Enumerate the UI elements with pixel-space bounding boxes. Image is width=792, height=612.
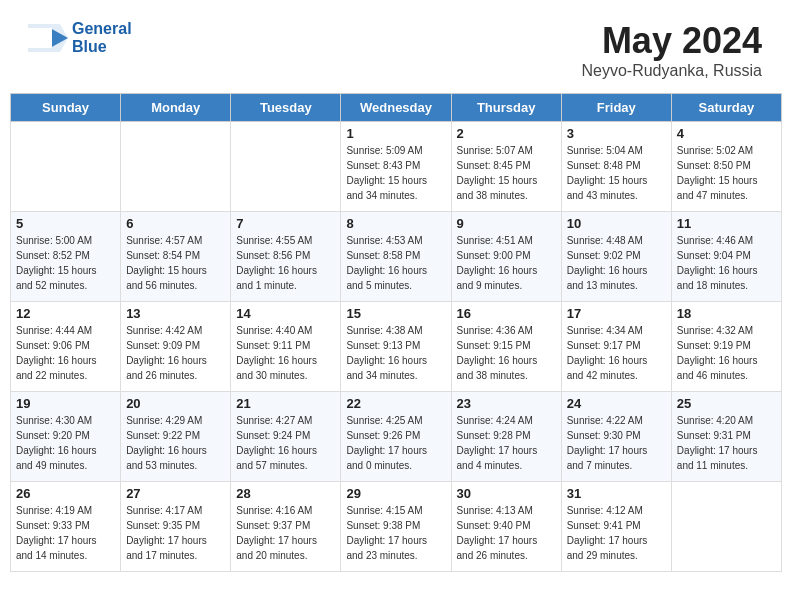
day-detail: Sunrise: 4:46 AM Sunset: 9:04 PM Dayligh… bbox=[677, 233, 776, 293]
day-number: 28 bbox=[236, 486, 335, 501]
calendar-cell: 24Sunrise: 4:22 AM Sunset: 9:30 PM Dayli… bbox=[561, 392, 671, 482]
calendar-cell: 7Sunrise: 4:55 AM Sunset: 8:56 PM Daylig… bbox=[231, 212, 341, 302]
calendar-cell: 1Sunrise: 5:09 AM Sunset: 8:43 PM Daylig… bbox=[341, 122, 451, 212]
page-header: General Blue May 2024 Neyvo-Rudyanka, Ru… bbox=[10, 10, 782, 85]
calendar-cell: 11Sunrise: 4:46 AM Sunset: 9:04 PM Dayli… bbox=[671, 212, 781, 302]
day-number: 2 bbox=[457, 126, 556, 141]
calendar-cell: 15Sunrise: 4:38 AM Sunset: 9:13 PM Dayli… bbox=[341, 302, 451, 392]
day-number: 30 bbox=[457, 486, 556, 501]
day-number: 27 bbox=[126, 486, 225, 501]
day-number: 29 bbox=[346, 486, 445, 501]
calendar-cell: 28Sunrise: 4:16 AM Sunset: 9:37 PM Dayli… bbox=[231, 482, 341, 572]
day-detail: Sunrise: 5:09 AM Sunset: 8:43 PM Dayligh… bbox=[346, 143, 445, 203]
day-detail: Sunrise: 4:15 AM Sunset: 9:38 PM Dayligh… bbox=[346, 503, 445, 563]
day-detail: Sunrise: 5:00 AM Sunset: 8:52 PM Dayligh… bbox=[16, 233, 115, 293]
day-detail: Sunrise: 5:07 AM Sunset: 8:45 PM Dayligh… bbox=[457, 143, 556, 203]
day-number: 19 bbox=[16, 396, 115, 411]
day-of-week-header: Tuesday bbox=[231, 94, 341, 122]
calendar-cell: 4Sunrise: 5:02 AM Sunset: 8:50 PM Daylig… bbox=[671, 122, 781, 212]
calendar-cell bbox=[231, 122, 341, 212]
calendar-week-row: 12Sunrise: 4:44 AM Sunset: 9:06 PM Dayli… bbox=[11, 302, 782, 392]
calendar-cell: 29Sunrise: 4:15 AM Sunset: 9:38 PM Dayli… bbox=[341, 482, 451, 572]
calendar-cell: 17Sunrise: 4:34 AM Sunset: 9:17 PM Dayli… bbox=[561, 302, 671, 392]
day-detail: Sunrise: 4:12 AM Sunset: 9:41 PM Dayligh… bbox=[567, 503, 666, 563]
calendar-cell: 26Sunrise: 4:19 AM Sunset: 9:33 PM Dayli… bbox=[11, 482, 121, 572]
calendar-cell: 21Sunrise: 4:27 AM Sunset: 9:24 PM Dayli… bbox=[231, 392, 341, 482]
title-block: May 2024 Neyvo-Rudyanka, Russia bbox=[581, 20, 762, 80]
calendar-cell bbox=[121, 122, 231, 212]
day-of-week-header: Friday bbox=[561, 94, 671, 122]
day-number: 13 bbox=[126, 306, 225, 321]
calendar-cell: 2Sunrise: 5:07 AM Sunset: 8:45 PM Daylig… bbox=[451, 122, 561, 212]
calendar-cell: 5Sunrise: 5:00 AM Sunset: 8:52 PM Daylig… bbox=[11, 212, 121, 302]
day-number: 23 bbox=[457, 396, 556, 411]
day-number: 26 bbox=[16, 486, 115, 501]
calendar-cell: 16Sunrise: 4:36 AM Sunset: 9:15 PM Dayli… bbox=[451, 302, 561, 392]
calendar-title: May 2024 bbox=[581, 20, 762, 62]
day-number: 17 bbox=[567, 306, 666, 321]
day-number: 14 bbox=[236, 306, 335, 321]
calendar-cell: 6Sunrise: 4:57 AM Sunset: 8:54 PM Daylig… bbox=[121, 212, 231, 302]
calendar-cell: 18Sunrise: 4:32 AM Sunset: 9:19 PM Dayli… bbox=[671, 302, 781, 392]
day-detail: Sunrise: 4:42 AM Sunset: 9:09 PM Dayligh… bbox=[126, 323, 225, 383]
day-detail: Sunrise: 4:17 AM Sunset: 9:35 PM Dayligh… bbox=[126, 503, 225, 563]
calendar-cell: 14Sunrise: 4:40 AM Sunset: 9:11 PM Dayli… bbox=[231, 302, 341, 392]
day-of-week-header: Monday bbox=[121, 94, 231, 122]
day-number: 12 bbox=[16, 306, 115, 321]
calendar-cell bbox=[11, 122, 121, 212]
calendar-week-row: 1Sunrise: 5:09 AM Sunset: 8:43 PM Daylig… bbox=[11, 122, 782, 212]
logo-blue: Blue bbox=[72, 38, 132, 56]
day-detail: Sunrise: 4:38 AM Sunset: 9:13 PM Dayligh… bbox=[346, 323, 445, 383]
day-number: 18 bbox=[677, 306, 776, 321]
day-detail: Sunrise: 4:22 AM Sunset: 9:30 PM Dayligh… bbox=[567, 413, 666, 473]
calendar-week-row: 19Sunrise: 4:30 AM Sunset: 9:20 PM Dayli… bbox=[11, 392, 782, 482]
day-number: 9 bbox=[457, 216, 556, 231]
day-number: 24 bbox=[567, 396, 666, 411]
svg-rect-3 bbox=[28, 28, 52, 48]
calendar-cell: 8Sunrise: 4:53 AM Sunset: 8:58 PM Daylig… bbox=[341, 212, 451, 302]
day-number: 21 bbox=[236, 396, 335, 411]
day-of-week-header: Saturday bbox=[671, 94, 781, 122]
day-of-week-header: Sunday bbox=[11, 94, 121, 122]
calendar-cell: 3Sunrise: 5:04 AM Sunset: 8:48 PM Daylig… bbox=[561, 122, 671, 212]
day-detail: Sunrise: 4:34 AM Sunset: 9:17 PM Dayligh… bbox=[567, 323, 666, 383]
calendar-cell: 31Sunrise: 4:12 AM Sunset: 9:41 PM Dayli… bbox=[561, 482, 671, 572]
calendar-cell: 22Sunrise: 4:25 AM Sunset: 9:26 PM Dayli… bbox=[341, 392, 451, 482]
day-detail: Sunrise: 4:24 AM Sunset: 9:28 PM Dayligh… bbox=[457, 413, 556, 473]
day-detail: Sunrise: 4:55 AM Sunset: 8:56 PM Dayligh… bbox=[236, 233, 335, 293]
day-number: 20 bbox=[126, 396, 225, 411]
day-detail: Sunrise: 4:13 AM Sunset: 9:40 PM Dayligh… bbox=[457, 503, 556, 563]
day-detail: Sunrise: 4:19 AM Sunset: 9:33 PM Dayligh… bbox=[16, 503, 115, 563]
day-number: 6 bbox=[126, 216, 225, 231]
day-detail: Sunrise: 4:44 AM Sunset: 9:06 PM Dayligh… bbox=[16, 323, 115, 383]
calendar-cell: 30Sunrise: 4:13 AM Sunset: 9:40 PM Dayli… bbox=[451, 482, 561, 572]
day-number: 7 bbox=[236, 216, 335, 231]
calendar-cell: 13Sunrise: 4:42 AM Sunset: 9:09 PM Dayli… bbox=[121, 302, 231, 392]
day-number: 1 bbox=[346, 126, 445, 141]
day-detail: Sunrise: 4:29 AM Sunset: 9:22 PM Dayligh… bbox=[126, 413, 225, 473]
day-number: 8 bbox=[346, 216, 445, 231]
calendar-week-row: 26Sunrise: 4:19 AM Sunset: 9:33 PM Dayli… bbox=[11, 482, 782, 572]
calendar-cell: 27Sunrise: 4:17 AM Sunset: 9:35 PM Dayli… bbox=[121, 482, 231, 572]
day-of-week-header: Thursday bbox=[451, 94, 561, 122]
calendar-table: SundayMondayTuesdayWednesdayThursdayFrid… bbox=[10, 93, 782, 572]
calendar-header-row: SundayMondayTuesdayWednesdayThursdayFrid… bbox=[11, 94, 782, 122]
day-number: 11 bbox=[677, 216, 776, 231]
day-detail: Sunrise: 4:51 AM Sunset: 9:00 PM Dayligh… bbox=[457, 233, 556, 293]
calendar-cell: 10Sunrise: 4:48 AM Sunset: 9:02 PM Dayli… bbox=[561, 212, 671, 302]
day-number: 25 bbox=[677, 396, 776, 411]
day-detail: Sunrise: 4:57 AM Sunset: 8:54 PM Dayligh… bbox=[126, 233, 225, 293]
logo-general: General bbox=[72, 20, 132, 38]
calendar-location: Neyvo-Rudyanka, Russia bbox=[581, 62, 762, 80]
day-detail: Sunrise: 5:04 AM Sunset: 8:48 PM Dayligh… bbox=[567, 143, 666, 203]
day-number: 4 bbox=[677, 126, 776, 141]
day-number: 3 bbox=[567, 126, 666, 141]
day-detail: Sunrise: 4:25 AM Sunset: 9:26 PM Dayligh… bbox=[346, 413, 445, 473]
calendar-cell: 12Sunrise: 4:44 AM Sunset: 9:06 PM Dayli… bbox=[11, 302, 121, 392]
day-detail: Sunrise: 4:36 AM Sunset: 9:15 PM Dayligh… bbox=[457, 323, 556, 383]
day-number: 22 bbox=[346, 396, 445, 411]
day-number: 10 bbox=[567, 216, 666, 231]
day-detail: Sunrise: 5:02 AM Sunset: 8:50 PM Dayligh… bbox=[677, 143, 776, 203]
calendar-cell: 20Sunrise: 4:29 AM Sunset: 9:22 PM Dayli… bbox=[121, 392, 231, 482]
calendar-cell: 25Sunrise: 4:20 AM Sunset: 9:31 PM Dayli… bbox=[671, 392, 781, 482]
